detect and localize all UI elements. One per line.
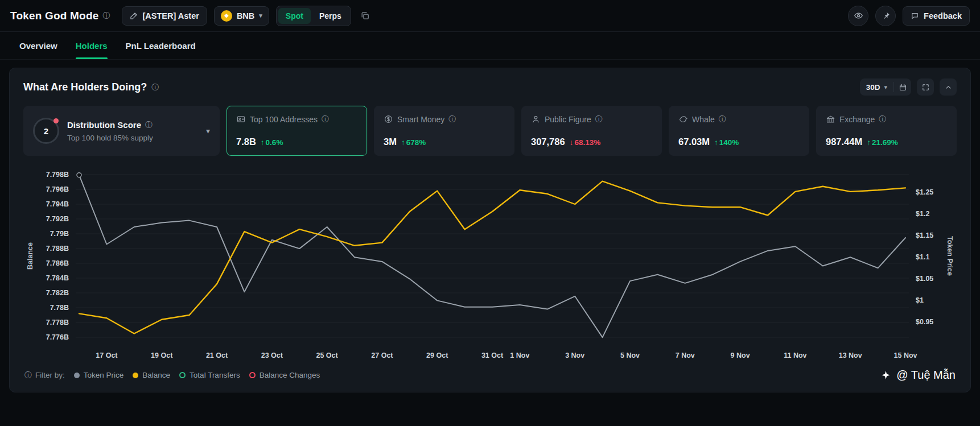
panel-header: What Are Holders Doing? ⓘ 30D ▾ (23, 78, 957, 96)
x-tick-label: 19 Oct (151, 351, 172, 359)
legend-token-price[interactable]: Token Price (74, 371, 124, 379)
chart-canvas (76, 167, 909, 345)
holders-panel: What Are Holders Doing? ⓘ 30D ▾ (9, 68, 971, 392)
info-icon[interactable]: ⓘ (595, 115, 603, 123)
legend-total-transfers[interactable]: Total Transfers (179, 371, 240, 379)
stat-title: Distribution Score (67, 120, 141, 130)
x-tick-label: 27 Oct (371, 351, 393, 359)
legend-label: Balance Changes (260, 371, 320, 379)
info-icon[interactable]: ⓘ (719, 115, 726, 123)
legend-label: Balance (142, 371, 170, 379)
chevron-down-icon: ▾ (206, 126, 210, 135)
copy-icon (360, 11, 370, 20)
stat-card-public-figure[interactable]: Public Figure ⓘ 307,786 ↓68.13% (521, 106, 662, 156)
feedback-label: Feedback (924, 11, 962, 20)
stat-title: Whale (692, 115, 715, 124)
y-tick-label: 7.778B (37, 318, 69, 327)
stat-value: 987.44M (826, 137, 862, 147)
stat-card-whale[interactable]: Whale ⓘ 67.03M ↑140% (669, 106, 809, 156)
y-tick-label: 7.786B (37, 259, 69, 268)
tab-perps[interactable]: Perps (312, 8, 349, 24)
y-tick-label: $1.1 (916, 253, 943, 262)
sparkle-icon (880, 370, 891, 380)
tab-overview[interactable]: Overview (10, 32, 67, 59)
collapse-button[interactable] (940, 78, 957, 96)
x-tick-label: 3 Nov (565, 351, 584, 359)
stat-value: 3M (384, 137, 397, 147)
chevron-down-icon: ▾ (259, 13, 262, 19)
x-tick-label: 31 Oct (481, 351, 503, 359)
y-axis-right-ticks: $1.25$1.2$1.15$1.1$1.05$1$0.95 (909, 167, 943, 345)
x-tick-label: 25 Oct (316, 351, 337, 359)
copy-button[interactable] (358, 9, 372, 23)
stat-title: Public Figure (545, 115, 591, 124)
x-tick-label: 7 Nov (676, 351, 695, 359)
x-tick-label: 1 Nov (510, 351, 529, 359)
info-icon[interactable]: ⓘ (879, 115, 886, 123)
chevron-up-icon (944, 83, 953, 92)
calendar-button[interactable] (894, 78, 911, 96)
range-control-group: 30D ▾ (860, 78, 911, 96)
y-tick-label: 7.792B (37, 214, 69, 224)
legend-dot (133, 373, 138, 378)
legend-balance-changes[interactable]: Balance Changes (249, 371, 320, 379)
stat-title: Exchange (839, 115, 875, 124)
info-icon[interactable]: ⓘ (145, 121, 153, 129)
info-icon[interactable]: ⓘ (103, 12, 110, 19)
stat-value: 7.8B (236, 137, 256, 147)
series-token-price (79, 175, 905, 337)
chain-select[interactable]: ◆ BNB ▾ (214, 6, 269, 26)
stat-subtitle: Top 100 hold 85% supply (67, 134, 198, 142)
plot-area[interactable]: 17 Oct19 Oct21 Oct23 Oct25 Oct27 Oct29 O… (76, 167, 909, 345)
info-icon[interactable]: ⓘ (151, 84, 159, 91)
tab-label: Holders (76, 41, 108, 51)
stat-value: 67.03M (678, 137, 710, 147)
legend-label: Token Price (84, 371, 124, 379)
info-icon[interactable]: ⓘ (322, 115, 329, 123)
x-tick-label: 13 Nov (839, 351, 862, 359)
y-tick-label: 7.776B (37, 333, 69, 342)
legend-balance[interactable]: Balance (133, 371, 170, 379)
stat-card-smart-money[interactable]: Smart Money ⓘ 3M ↑678% (374, 106, 514, 156)
bnb-logo-icon: ◆ (221, 10, 232, 22)
y-axis-left-ticks: 7.798B7.796B7.794B7.792B7.79B7.788B7.786… (37, 167, 76, 345)
eye-icon (854, 11, 863, 20)
info-icon[interactable]: ⓘ (448, 115, 456, 123)
tab-pnl-leaderboard[interactable]: PnL Leaderboard (117, 32, 205, 59)
panel-title: What Are Holders Doing? (23, 81, 147, 93)
range-select[interactable]: 30D ▾ (860, 79, 893, 96)
exchange-icon (826, 114, 835, 124)
market-type-toggle: Spot Perps (276, 6, 351, 26)
y-tick-label: 7.78B (37, 303, 69, 312)
info-icon[interactable]: ⓘ (24, 371, 32, 379)
x-tick-label: 23 Oct (261, 351, 283, 359)
whale-icon (678, 114, 688, 124)
y-tick-label: 7.788B (37, 244, 69, 253)
top-bar: Token God Mode ⓘ [ASTER] Aster ◆ BNB ▾ S… (0, 0, 980, 32)
y-axis-label-right: Token Price (943, 167, 957, 345)
distribution-score-card[interactable]: 2 Distribution Score ⓘ Top 100 hold 85% … (23, 106, 220, 156)
fullscreen-button[interactable] (917, 78, 934, 96)
pin-button[interactable] (875, 6, 896, 26)
watchlist-button[interactable] (848, 6, 868, 26)
y-tick-label: $1.2 (916, 209, 943, 218)
app-title: Token God Mode (10, 10, 99, 22)
tab-spot[interactable]: Spot (278, 8, 311, 24)
token-label: [ASTER] Aster (143, 11, 199, 20)
score-value: 2 (44, 126, 48, 136)
chat-icon (911, 11, 919, 20)
fullscreen-icon (921, 83, 930, 92)
tab-label: PnL Leaderboard (126, 41, 196, 51)
tab-holders[interactable]: Holders (67, 32, 117, 59)
stat-card-top100-addresses[interactable]: Top 100 Addresses ⓘ 7.8B ↑0.6% (227, 106, 367, 156)
stat-change: ↑678% (401, 138, 426, 147)
page-tabs: Overview Holders PnL Leaderboard (0, 32, 980, 60)
stat-card-exchange[interactable]: Exchange ⓘ 987.44M ↑21.69% (816, 106, 957, 156)
stat-change: ↑0.6% (261, 138, 283, 147)
token-selector-button[interactable]: [ASTER] Aster (122, 6, 207, 26)
stat-change: ↓68.13% (570, 138, 601, 147)
feedback-button[interactable]: Feedback (903, 6, 970, 26)
x-tick-label: 5 Nov (620, 351, 640, 359)
filter-by-label: Filter by: (35, 371, 65, 379)
y-tick-label: $1.25 (916, 188, 943, 197)
